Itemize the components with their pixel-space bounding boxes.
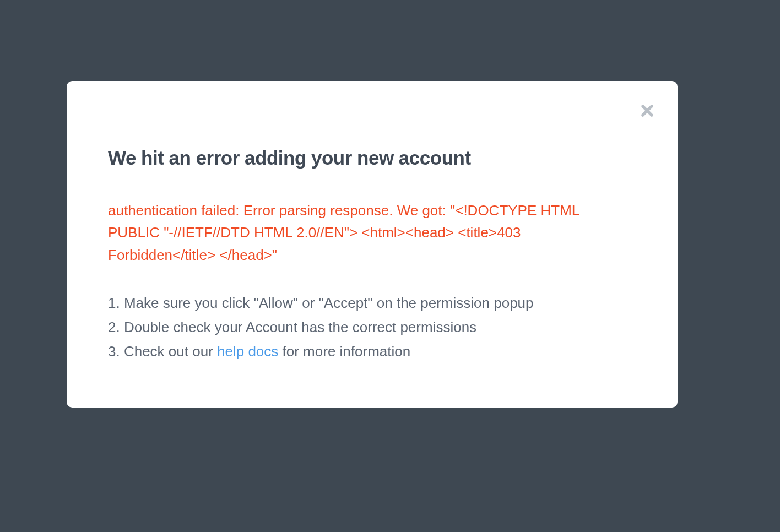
instruction-text-before: Check out our bbox=[124, 343, 217, 360]
instruction-item: 2. Double check your Account has the cor… bbox=[108, 315, 636, 339]
instruction-item: 1. Make sure you click "Allow" or "Accep… bbox=[108, 291, 636, 315]
close-icon bbox=[640, 103, 655, 120]
instruction-text: Make sure you click "Allow" or "Accept" … bbox=[124, 295, 534, 311]
instruction-text: Double check your Account has the correc… bbox=[124, 319, 476, 335]
instruction-prefix: 2. bbox=[108, 319, 124, 335]
close-button[interactable] bbox=[636, 100, 658, 122]
instruction-prefix: 1. bbox=[108, 295, 124, 311]
help-docs-link[interactable]: help docs bbox=[217, 343, 278, 360]
instructions-list: 1. Make sure you click "Allow" or "Accep… bbox=[108, 291, 636, 364]
instruction-prefix: 3. bbox=[108, 343, 124, 360]
instruction-item: 3. Check out our help docs for more info… bbox=[108, 339, 636, 363]
error-modal: We hit an error adding your new account … bbox=[67, 81, 678, 408]
error-message: authentication failed: Error parsing res… bbox=[108, 199, 615, 266]
modal-title: We hit an error adding your new account bbox=[108, 147, 636, 169]
instruction-text-after: for more information bbox=[278, 343, 410, 360]
